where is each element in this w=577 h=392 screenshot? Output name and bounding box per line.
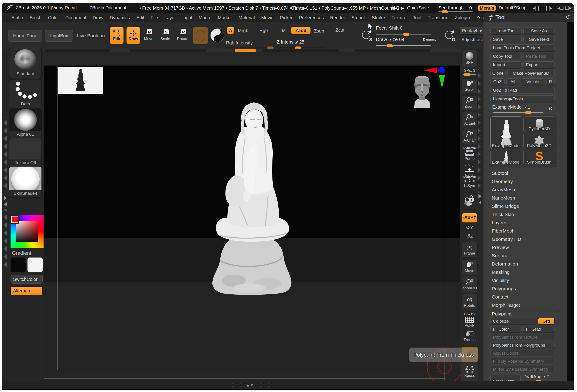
document-canvas[interactable]	[44, 53, 460, 381]
m-button[interactable]: M	[282, 28, 286, 33]
menu-texture[interactable]: Texture	[389, 14, 409, 21]
focal-shift-slider[interactable]	[376, 34, 431, 35]
zadd-button[interactable]: Zadd	[291, 27, 311, 34]
section-morph-target[interactable]: Morph Target	[492, 302, 520, 308]
colorize-button[interactable]: Colorize	[490, 318, 536, 324]
bottom-grip-right[interactable]	[255, 383, 273, 387]
tablet-bars-left-icon[interactable]: ◂||||	[533, 5, 541, 11]
xpose-button[interactable]: Xpose	[461, 362, 478, 382]
bottom-tray-divider[interactable]	[2, 381, 574, 389]
section-polypaint[interactable]: Polypaint	[492, 311, 511, 317]
menu-alpha[interactable]: Alpha	[9, 14, 26, 21]
quicksave-button[interactable]: QuickSave	[407, 5, 429, 10]
spix-slider[interactable]: SPix 3	[462, 68, 477, 75]
zoom3d-button[interactable]: Zoom3D	[462, 277, 477, 292]
stroke-settings-s-icon[interactable]: S	[361, 29, 373, 42]
adjust-colors-button[interactable]: Adjust Colors	[490, 350, 555, 356]
clone-button[interactable]: Clone	[490, 70, 505, 77]
section-surface[interactable]: Surface	[492, 253, 508, 258]
zscript-selector[interactable]: DefaultZScript	[499, 5, 528, 10]
restore-window-icon[interactable]	[570, 7, 574, 11]
live-boolean-toggle[interactable]: Live Boolean	[77, 33, 105, 38]
see-through-label[interactable]: See-through	[438, 5, 464, 10]
flip-posable-symmetry-button[interactable]: Flip By Posable Symmetry	[490, 358, 555, 364]
current-material-sphere[interactable]	[210, 28, 224, 43]
save-button[interactable]: Save	[490, 36, 522, 43]
right-tray-arrows[interactable]	[477, 193, 482, 206]
menu-light[interactable]: Light	[180, 14, 195, 21]
save-next-button[interactable]: Save Next	[523, 36, 555, 43]
alpha-selector-tile[interactable]: Alpha 01	[9, 108, 42, 138]
camview-head[interactable]	[412, 74, 432, 108]
color-picker[interactable]	[10, 215, 43, 248]
tool-thumb-examplemodel2[interactable]: ExampleModel	[490, 150, 522, 165]
section-contact[interactable]: Contact	[492, 294, 508, 300]
menu-edit[interactable]: Edit	[134, 14, 147, 21]
selected-color-swatch[interactable]	[11, 216, 18, 223]
transp-button[interactable]: Transp	[462, 330, 477, 342]
goz-to-ipad-button[interactable]: GoZ To iPad	[490, 87, 555, 94]
zcut-button[interactable]: Zcut	[335, 28, 344, 33]
floor-axes-label[interactable]: x Y z	[465, 164, 474, 167]
active-tool-slider[interactable]	[493, 112, 543, 113]
section-nanomesh[interactable]: NanoMesh	[492, 195, 515, 201]
menu-draw[interactable]: Draw	[90, 14, 106, 21]
import-button[interactable]: Import	[490, 61, 522, 68]
a-mode-button[interactable]: A	[226, 27, 235, 34]
actual-button[interactable]: x1 Actual	[462, 112, 477, 127]
gradient-label[interactable]: Gradient	[12, 250, 31, 256]
draw-size-slider[interactable]	[376, 45, 431, 46]
goz-visible-button[interactable]: Visible	[521, 78, 544, 85]
menu-layer[interactable]: Layer	[162, 14, 179, 21]
load-tools-from-project-button[interactable]: Load Tools From Project	[490, 44, 555, 51]
menu-macro[interactable]: Macro	[196, 14, 214, 21]
rotate-xyz-button[interactable]: ↺XYZ	[462, 213, 477, 223]
section-geometry[interactable]: Geometry	[492, 179, 513, 184]
switchcolor-button[interactable]: SwitchColor	[10, 275, 43, 284]
stroke-selector-tile[interactable]: Dots	[9, 79, 42, 108]
section-subtool[interactable]: Subtool	[492, 171, 508, 176]
secondary-color-swatch[interactable]	[28, 257, 43, 272]
tray-divider-active-grip[interactable]	[235, 49, 256, 52]
frame-button[interactable]: Frame	[462, 242, 477, 257]
scale-button[interactable]: S Scale	[160, 28, 170, 41]
section-thick-skin[interactable]: Thick Skin	[492, 212, 514, 217]
bottom-grip-left[interactable]	[228, 383, 245, 387]
aahalf-button[interactable]: AAHalf	[462, 129, 477, 144]
menu-brush[interactable]: Brush	[27, 14, 44, 21]
goz-all-button[interactable]: All	[506, 78, 519, 85]
left-tray-grip[interactable]	[4, 117, 7, 191]
replay-last-button[interactable]: ReplayLast	[460, 27, 483, 34]
left-tray-grip2[interactable]	[4, 209, 7, 269]
shelf-tray-divider[interactable]	[43, 49, 463, 52]
scroll-button[interactable]: Scroll	[462, 78, 477, 94]
move3d-button[interactable]: Move	[462, 259, 477, 275]
edit-button[interactable]: Edit	[109, 27, 124, 44]
grd-button[interactable]: Grd	[538, 318, 555, 324]
tablet-bars-right-icon[interactable]: ||||▸	[544, 5, 553, 11]
section-geometry-hd[interactable]: Geometry HD	[492, 236, 521, 242]
rgb-button[interactable]: Rgb	[259, 28, 268, 33]
rotate-button[interactable]: R Rotate	[177, 28, 188, 41]
rotate-z-button[interactable]: ↺Z	[462, 233, 477, 239]
left-tray-arrows[interactable]	[3, 195, 8, 208]
material-selector-tile[interactable]: SkinShade4	[9, 166, 42, 197]
active-tool-r-button[interactable]: R	[546, 105, 555, 112]
polyf-button[interactable]: Line Fill PolyF	[462, 313, 477, 328]
persp-button[interactable]: Dynamic Persp	[462, 146, 477, 161]
color-sv-square[interactable]	[16, 221, 38, 242]
mirror-posable-symmetry-button[interactable]: Mirror By Posable Symmetry	[490, 366, 555, 373]
menu-movie[interactable]: Movie	[258, 14, 276, 21]
panel-back-icon[interactable]	[488, 14, 494, 21]
menus-button[interactable]: Menus	[478, 4, 496, 11]
section-masking[interactable]: Masking	[492, 269, 510, 275]
load-tool-button[interactable]: Load Tool	[490, 28, 522, 34]
alternate-button[interactable]: Alternate	[10, 286, 43, 295]
menu-tool[interactable]: Tool	[410, 14, 424, 21]
menu-color[interactable]: Color	[45, 14, 62, 21]
menu-stencil[interactable]: Stencil	[349, 14, 368, 21]
rgb-intensity-slider[interactable]	[226, 48, 274, 48]
zsub-button[interactable]: Zsub	[314, 28, 324, 34]
menu-preferences[interactable]: Preferences	[296, 14, 326, 21]
bpr-button[interactable]: BPR	[462, 50, 477, 67]
